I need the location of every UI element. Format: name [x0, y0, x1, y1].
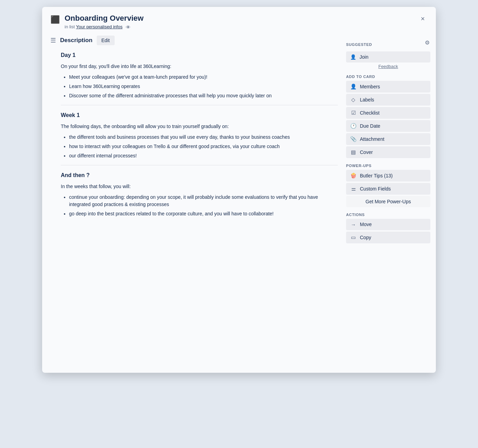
lines-icon: ☰ [50, 37, 56, 44]
attachment-icon: 📎 [350, 136, 356, 142]
butler-icon: 🍿 [350, 173, 356, 179]
close-button[interactable]: × [418, 14, 428, 23]
checklist-icon: ☑ [350, 110, 356, 116]
custom-fields-icon: ⚌ [350, 186, 356, 192]
members-button[interactable]: 👤 Members [346, 81, 430, 92]
members-icon: 👤 [350, 84, 356, 90]
section-week1-list: the different tools and business process… [61, 134, 338, 159]
butler-tips-label: Butler Tips (13) [360, 173, 393, 178]
list-item: Meet your colleagues (we've got a team-l… [69, 74, 338, 81]
clock-icon: 🕐 [350, 123, 356, 129]
labels-button[interactable]: ◇ Labels [346, 94, 430, 106]
edit-button[interactable]: Edit [97, 36, 115, 45]
cover-label: Cover [360, 149, 373, 155]
section-andthen-list: continue your onboarding: depending on y… [61, 194, 338, 217]
custom-fields-label: Custom Fields [360, 186, 391, 192]
attachment-button[interactable]: 📎 Attachment [346, 133, 430, 145]
checklist-button[interactable]: ☑ Checklist [346, 107, 430, 119]
modal-body: ☰ Description Edit Day 1 On your first d… [42, 34, 436, 373]
get-more-powerups-button[interactable]: Get More Power-Ups [346, 196, 430, 207]
section-day1-list: Meet your colleagues (we've got a team-l… [61, 74, 338, 99]
butler-tips-button[interactable]: 🍿 Butler Tips (13) [346, 170, 430, 182]
card-subtitle: in list Your personalised infos 👁 [65, 24, 413, 30]
description-label: Description [60, 37, 93, 44]
copy-icon: ▭ [350, 234, 356, 241]
section-week1-title: Week 1 [61, 111, 338, 120]
list-item: Discover some of the different administr… [69, 92, 338, 99]
section-andthen-intro: In the weeks that follow, you will: [61, 183, 338, 190]
move-label: Move [360, 222, 372, 227]
members-label: Members [360, 84, 380, 89]
section-andthen-title: And then ? [61, 171, 338, 180]
section-day1-intro: On your first day, you'll dive into life… [61, 62, 338, 70]
move-button[interactable]: → Move [346, 219, 430, 230]
labels-label: Labels [360, 97, 374, 103]
list-item: continue your onboarding: depending on y… [69, 194, 338, 208]
list-item: our different internal processes! [69, 152, 338, 159]
gear-button[interactable]: ⚙ [424, 39, 430, 47]
custom-fields-button[interactable]: ⚌ Custom Fields [346, 183, 430, 195]
list-link[interactable]: Your personalised infos [76, 24, 123, 29]
copy-button[interactable]: ▭ Copy [346, 232, 430, 243]
list-item: how to interact with your colleagues on … [69, 143, 338, 150]
main-content: ☰ Description Edit Day 1 On your first d… [42, 34, 346, 373]
add-to-card-label: ADD TO CARD [346, 75, 430, 79]
section-week1-intro: The following days, the onboarding will … [61, 123, 338, 130]
header-text: Onboarding Overview in list Your persona… [65, 14, 413, 30]
due-date-label: Due Date [360, 123, 380, 129]
feedback-link[interactable]: Feedback [346, 64, 430, 69]
suggested-header: SUGGESTED ⚙ [346, 37, 430, 49]
card-title: Onboarding Overview [65, 14, 413, 23]
divider [61, 105, 338, 105]
copy-label: Copy [360, 235, 371, 240]
card-modal: ⬛ Onboarding Overview in list Your perso… [42, 7, 436, 373]
cover-icon: ▤ [350, 149, 356, 155]
description-content: Day 1 On your first day, you'll dive int… [61, 51, 338, 217]
join-label: Join [360, 54, 369, 60]
subtitle-prefix: in list [65, 24, 75, 29]
labels-icon: ◇ [350, 97, 356, 103]
suggested-label: SUGGESTED [346, 42, 372, 47]
checklist-label: Checklist [360, 110, 380, 116]
join-button[interactable]: 👤 Join [346, 51, 430, 62]
eye-icon: 👁 [126, 25, 131, 30]
list-item: go deep into the best practices related … [69, 210, 338, 217]
cover-button[interactable]: ▤ Cover [346, 146, 430, 158]
attachment-label: Attachment [360, 136, 384, 142]
description-header: ☰ Description Edit [50, 34, 338, 45]
divider [61, 165, 338, 165]
sidebar: SUGGESTED ⚙ 👤 Join Feedback ADD TO CARD … [346, 34, 436, 373]
actions-label: ACTIONS [346, 213, 430, 217]
person-icon: 👤 [350, 54, 356, 60]
power-ups-label: POWER-UPS [346, 164, 430, 168]
section-day1-title: Day 1 [61, 51, 338, 60]
move-icon: → [350, 222, 356, 227]
modal-header: ⬛ Onboarding Overview in list Your perso… [42, 7, 436, 34]
list-item: Learn how 360Learning operates [69, 83, 338, 90]
due-date-button[interactable]: 🕐 Due Date [346, 120, 430, 132]
monitor-icon: ⬛ [50, 15, 60, 24]
list-item: the different tools and business process… [69, 134, 338, 141]
